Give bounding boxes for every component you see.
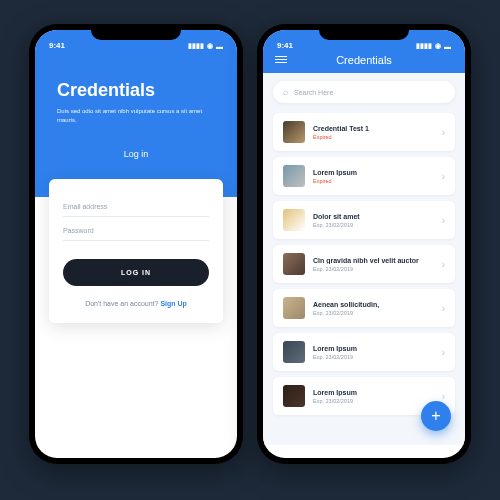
item-subtitle: Exp. 23/02/2019 <box>313 222 434 228</box>
list-screen: 9:41 ▮▮▮▮ ◉ ▬ Credentials ⌕ Search Here <box>263 30 465 458</box>
item-title: Lorem Ipsum <box>313 389 434 396</box>
signup-prompt: Don't have an account? Sign Up <box>63 300 209 307</box>
chevron-right-icon: › <box>442 215 445 226</box>
menu-icon[interactable] <box>275 56 287 63</box>
chevron-right-icon: › <box>442 171 445 182</box>
list-header: Credentials <box>263 52 465 73</box>
search-icon: ⌕ <box>283 87 288 97</box>
login-card: Email address Password LOG IN Don't have… <box>49 179 223 323</box>
signup-link[interactable]: Sign Up <box>160 300 186 307</box>
item-thumbnail <box>283 253 305 275</box>
item-subtitle: Expired <box>313 134 434 140</box>
status-time: 9:41 <box>277 41 293 50</box>
item-subtitle: Exp. 23/02/2019 <box>313 398 434 404</box>
item-subtitle: Exp. 23/02/2019 <box>313 354 434 360</box>
app-title: Credentials <box>57 80 215 101</box>
login-screen: 9:41 ▮▮▮▮ ◉ ▬ Credentials Duis sed odio … <box>35 30 237 458</box>
chevron-right-icon: › <box>442 127 445 138</box>
list-item[interactable]: Lorem Ipsum Expired › <box>273 157 455 195</box>
password-field[interactable]: Password <box>63 217 209 241</box>
page-title: Credentials <box>336 54 392 66</box>
item-title: Lorem Ipsum <box>313 345 434 352</box>
list-item[interactable]: Lorem Ipsum Exp. 23/02/2019 › <box>273 333 455 371</box>
signal-icon: ▮▮▮▮ <box>416 42 432 50</box>
item-subtitle: Expired <box>313 178 434 184</box>
battery-icon: ▬ <box>216 43 223 50</box>
app-subtitle: Duis sed odio sit amet nibh vulputate cu… <box>57 107 215 125</box>
chevron-right-icon: › <box>442 391 445 402</box>
notch <box>319 24 409 40</box>
signal-icon: ▮▮▮▮ <box>188 42 204 50</box>
list-item[interactable]: Aenean sollicitudin, Exp. 23/02/2019 › <box>273 289 455 327</box>
item-title: Lorem Ipsum <box>313 169 434 176</box>
wifi-icon: ◉ <box>435 42 441 50</box>
item-subtitle: Exp. 23/02/2019 <box>313 310 434 316</box>
item-title: Credential Test 1 <box>313 125 434 132</box>
wifi-icon: ◉ <box>207 42 213 50</box>
notch <box>91 24 181 40</box>
chevron-right-icon: › <box>442 347 445 358</box>
item-thumbnail <box>283 385 305 407</box>
chevron-right-icon: › <box>442 259 445 270</box>
item-thumbnail <box>283 121 305 143</box>
item-title: Dolor sit amet <box>313 213 434 220</box>
search-input[interactable]: ⌕ Search Here <box>273 81 455 103</box>
add-button[interactable]: + <box>421 401 451 431</box>
item-thumbnail <box>283 165 305 187</box>
item-thumbnail <box>283 297 305 319</box>
chevron-right-icon: › <box>442 303 445 314</box>
status-indicators: ▮▮▮▮ ◉ ▬ <box>416 42 451 50</box>
login-tab-label: Log in <box>57 149 215 159</box>
battery-icon: ▬ <box>444 43 451 50</box>
login-button[interactable]: LOG IN <box>63 259 209 286</box>
phone-login: 9:41 ▮▮▮▮ ◉ ▬ Credentials Duis sed odio … <box>29 24 243 464</box>
search-placeholder: Search Here <box>294 89 333 96</box>
item-thumbnail <box>283 209 305 231</box>
item-thumbnail <box>283 341 305 363</box>
status-time: 9:41 <box>49 41 65 50</box>
email-field[interactable]: Email address <box>63 193 209 217</box>
item-title: Cin gravida nibh vel velit auctor <box>313 257 434 264</box>
list-body: ⌕ Search Here Credential Test 1 Expired … <box>263 73 465 445</box>
item-title: Aenean sollicitudin, <box>313 301 434 308</box>
list-item[interactable]: Credential Test 1 Expired › <box>273 113 455 151</box>
item-subtitle: Exp. 23/02/2019 <box>313 266 434 272</box>
phone-list: 9:41 ▮▮▮▮ ◉ ▬ Credentials ⌕ Search Here <box>257 24 471 464</box>
footer-text: Don't have an account? <box>85 300 160 307</box>
status-indicators: ▮▮▮▮ ◉ ▬ <box>188 42 223 50</box>
login-hero: Credentials Duis sed odio sit amet nibh … <box>35 52 237 197</box>
list-item[interactable]: Cin gravida nibh vel velit auctor Exp. 2… <box>273 245 455 283</box>
list-item[interactable]: Dolor sit amet Exp. 23/02/2019 › <box>273 201 455 239</box>
